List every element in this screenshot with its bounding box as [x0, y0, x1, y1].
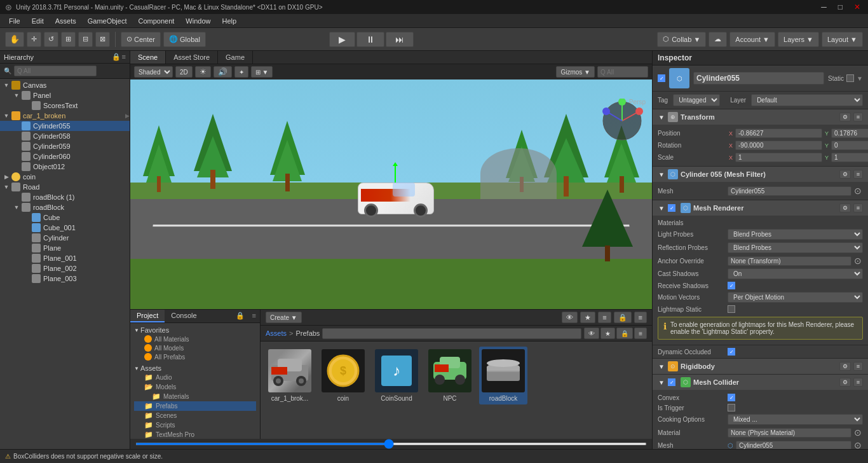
toolbar-rotate-tool[interactable]: ↺ — [44, 32, 58, 47]
menu-window[interactable]: Window — [180, 16, 215, 26]
asset-size-slider[interactable] — [135, 443, 647, 445]
tree-item-cylinder058[interactable]: ▶ Cylinder058 — [0, 131, 130, 141]
tab-scene[interactable]: Scene — [130, 51, 166, 64]
asset-item-roadblock[interactable]: roadBlock — [479, 347, 527, 404]
assets-item-prefabs[interactable]: 📁 Prefabs — [134, 401, 256, 411]
toolbar-scale-tool[interactable]: ⊞ — [61, 32, 76, 47]
pos-x-input[interactable] — [735, 128, 822, 138]
mc-mesh-picker-btn[interactable]: ⊙ — [853, 440, 863, 449]
collab-button[interactable]: ⬡ Collab ▼ — [657, 32, 706, 47]
tree-item-roadblock[interactable]: ▼ roadBlock — [0, 202, 130, 212]
maximize-button[interactable]: □ — [836, 3, 845, 11]
panel-menu-icon[interactable]: ≡ — [248, 310, 260, 322]
toolbar-transform-tool[interactable]: ⊠ — [95, 32, 110, 47]
static-checkbox[interactable] — [846, 74, 854, 82]
title-bar-controls[interactable]: ─ □ ✕ — [818, 3, 863, 11]
anchor-picker-btn[interactable]: ⊙ — [853, 256, 863, 266]
bottom-lock-btn[interactable]: 🔒 — [614, 312, 632, 323]
scale-y-input[interactable] — [831, 153, 868, 162]
cast-shadows-select[interactable]: On — [728, 268, 863, 279]
cooking-options-select[interactable]: Mixed ... — [728, 414, 863, 425]
tree-item-cylinder060[interactable]: ▶ Cylinder060 — [0, 151, 130, 162]
breadcrumb-prefabs[interactable]: Prefabs — [295, 329, 320, 337]
scene-search-input[interactable] — [597, 66, 648, 78]
rb-menu-btn[interactable]: ≡ — [853, 362, 863, 371]
account-button[interactable]: Account ▼ — [729, 32, 775, 47]
mesh-input[interactable] — [728, 186, 851, 196]
tree-item-plane001[interactable]: ▶ Plane_001 — [0, 253, 130, 263]
tree-item-cube[interactable]: ▶ Cube — [0, 212, 130, 223]
menu-file[interactable]: File — [4, 16, 25, 26]
is-trigger-cb[interactable] — [728, 404, 735, 411]
mesh-filter-header[interactable]: ▼ ⬡ Cylinder 055 (Mesh Filter) ⚙ ≡ — [653, 167, 868, 182]
shaded-dropdown[interactable]: Shaded — [134, 66, 173, 78]
menu-edit[interactable]: Edit — [27, 16, 49, 26]
mr-settings-btn[interactable]: ⚙ — [839, 204, 851, 212]
step-button[interactable]: ⏭ — [386, 32, 414, 47]
tree-item-canvas[interactable]: ▼ Canvas — [0, 80, 130, 90]
toolbar-hand-tool[interactable]: ✋ — [5, 32, 24, 47]
tag-select[interactable]: Untagged — [673, 94, 720, 106]
close-button[interactable]: ✕ — [851, 3, 863, 11]
proj-lock-btn[interactable]: 🔒 — [616, 328, 633, 339]
breadcrumb-assets[interactable]: Assets — [266, 329, 287, 337]
transform-header[interactable]: ▼ ⊕ Transform ⚙ ≡ — [653, 109, 868, 125]
lighting-btn[interactable]: ☀ — [195, 66, 211, 78]
hierarchy-menu-icon[interactable]: ≡ — [122, 53, 126, 61]
bottom-menu-btn[interactable]: ≡ — [634, 312, 647, 323]
proj-menu-btn[interactable]: ≡ — [634, 328, 647, 339]
assets-header[interactable]: ▼ Assets — [134, 364, 256, 373]
tree-item-cylinder055[interactable]: ▶ Cylinder055 — [0, 121, 130, 131]
layers-dropdown-btn[interactable]: ⊞ ▼ — [251, 66, 273, 78]
layers-button[interactable]: Layers ▼ — [778, 32, 819, 47]
mc-enabled-cb[interactable] — [668, 378, 675, 386]
assets-item-textmeshpro[interactable]: 📁 TextMesh Pro — [134, 430, 256, 439]
menu-gameobject[interactable]: GameObject — [83, 16, 132, 26]
object-enabled-checkbox[interactable] — [658, 74, 665, 82]
transform-menu-btn[interactable]: ≡ — [853, 113, 863, 121]
rot-x-input[interactable] — [735, 141, 822, 150]
2d-btn[interactable]: 2D — [175, 66, 193, 78]
asset-item-npc[interactable]: NPC — [426, 347, 474, 404]
cloud-button[interactable]: ☁ — [709, 32, 727, 47]
tree-item-cylinder059[interactable]: ▶ Cylinder059 — [0, 141, 130, 151]
pause-button[interactable]: ⏸ — [356, 32, 384, 47]
hierarchy-lock-icon[interactable]: 🔒 — [112, 53, 121, 61]
mesh-renderer-header[interactable]: ▼ ⬡ Mesh Renderer ⚙ ≡ — [653, 200, 868, 216]
lightmap-static-cb[interactable] — [728, 305, 735, 313]
layer-select[interactable]: Default — [751, 94, 863, 106]
toolbar-rect-tool[interactable]: ⊟ — [78, 32, 93, 47]
mr-enabled-cb[interactable] — [668, 204, 675, 212]
bottom-eye-btn[interactable]: 👁 — [562, 312, 578, 323]
transform-settings-btn[interactable]: ⚙ — [839, 113, 851, 121]
tree-item-road[interactable]: ▼ Road — [0, 182, 130, 192]
tree-item-coin[interactable]: ▶ coin — [0, 172, 130, 182]
bottom-list-btn[interactable]: ≡ — [598, 312, 611, 323]
bottom-star-btn[interactable]: ★ — [580, 312, 595, 323]
motion-vectors-select[interactable]: Per Object Motion — [728, 292, 863, 303]
mf-menu-btn[interactable]: ≡ — [853, 170, 863, 179]
asset-item-coinsound[interactable]: ♪ CoinSound — [372, 347, 421, 404]
toolbar-global-btn[interactable]: 🌐 Global — [163, 32, 206, 47]
asset-item-coin[interactable]: $ coin — [319, 347, 367, 404]
rb-settings-btn[interactable]: ⚙ — [839, 362, 851, 371]
project-search-input[interactable] — [322, 328, 581, 339]
mc-material-input[interactable] — [728, 428, 851, 438]
assets-item-audio[interactable]: 📁 Audio — [134, 373, 256, 382]
tree-item-car1broken[interactable]: ▼ car_1_broken ▶ — [0, 111, 130, 121]
assets-item-materials[interactable]: 📁 Materials — [134, 392, 256, 401]
assets-item-models[interactable]: 📂 Models — [134, 382, 256, 392]
asset-item-car[interactable]: car_1_brok... — [266, 347, 314, 404]
layout-button[interactable]: Layout ▼ — [822, 32, 863, 47]
mc-settings-btn[interactable]: ⚙ — [839, 378, 851, 387]
hierarchy-search-input[interactable] — [14, 66, 97, 76]
mesh-collider-header[interactable]: ▼ ⬡ Mesh Collider ⚙ ≡ — [653, 375, 868, 390]
proj-eye-btn[interactable]: 👁 — [584, 328, 599, 339]
create-button[interactable]: Create ▼ — [266, 312, 302, 323]
tree-item-plane003[interactable]: ▶ Plane_003 — [0, 273, 130, 284]
fav-item-models[interactable]: All Models — [134, 343, 256, 352]
tab-project[interactable]: Project — [130, 310, 165, 322]
receive-shadows-cb[interactable] — [728, 282, 735, 289]
mc-mesh-input[interactable] — [736, 441, 851, 450]
fav-item-materials[interactable]: All Materials — [134, 335, 256, 343]
